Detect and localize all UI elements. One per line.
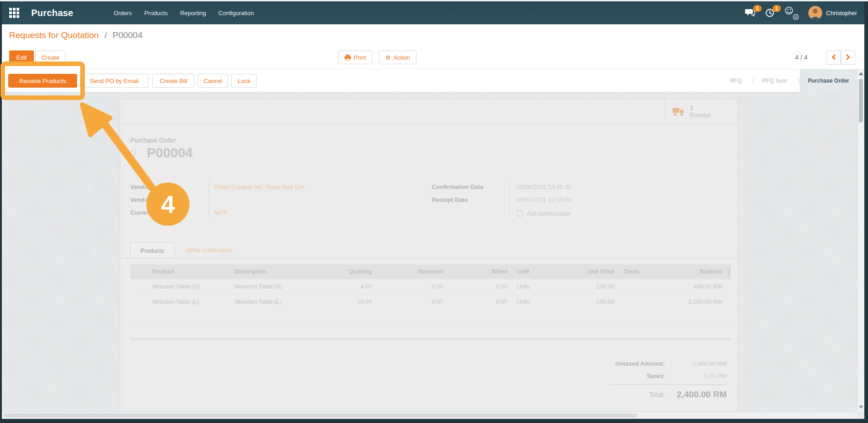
breadcrumb: Requests for Quotation / P00004: [9, 28, 143, 43]
nav-menu-orders[interactable]: Orders: [114, 10, 132, 17]
top-navbar: Purchase Orders Products Reporting Confi…: [2, 1, 864, 24]
window-frame: [0, 419, 868, 423]
ask-confirmation-label: Ask confirmation: [527, 210, 571, 217]
action-button[interactable]: ⚙ Action: [379, 50, 417, 64]
avatar[interactable]: [808, 6, 822, 20]
statusbar: RFQ RFQ Sent Purchase Order: [722, 69, 857, 92]
doc-type-label: Purchase Order: [130, 137, 176, 144]
receive-products-button[interactable]: Receive Products: [8, 74, 77, 88]
status-purchase-order[interactable]: Purchase Order: [800, 69, 857, 92]
untaxed-amount-value: 2,400.00 RM: [665, 360, 727, 367]
receipt-date-label: Receipt Date: [432, 194, 505, 206]
create-bill-button[interactable]: Create Bill: [152, 74, 195, 88]
divider: [120, 123, 738, 124]
create-button[interactable]: Create: [35, 50, 66, 64]
activities-badge: 1: [773, 5, 781, 12]
table-row[interactable]: Wooden Table (L) Wooden Table (L) 10.00 …: [130, 294, 731, 309]
edit-button[interactable]: Edit: [9, 50, 34, 64]
vendor-label: Vendor: [130, 181, 206, 194]
total-value: 2,400.00 RM: [665, 390, 727, 400]
col-uom[interactable]: UoM: [512, 264, 560, 279]
user-menu[interactable]: Christopher: [808, 6, 857, 20]
confirmation-date-value: 29/06/2021 13:45:35: [517, 181, 636, 194]
user-name: Christopher: [826, 10, 857, 17]
receipt-date-value: 05/07/2021 12:00:00: [517, 194, 636, 206]
total-label: Total:: [532, 391, 665, 398]
breadcrumb-current: P00004: [112, 30, 143, 40]
receipt-label: Receipt: [690, 111, 710, 118]
app-title[interactable]: Purchase: [31, 8, 73, 18]
col-subtotal[interactable]: Subtotal: [674, 264, 727, 279]
tab-products[interactable]: Products: [130, 242, 174, 258]
purchase-order-sheet: 1 Receipt Purchase Order ☆ P00004 Vendor…: [120, 99, 738, 419]
pager-next-button[interactable]: [841, 50, 855, 65]
pager-count: 4 / 4: [795, 50, 807, 65]
divider: [509, 179, 510, 218]
divider: [209, 179, 209, 218]
ask-confirmation-checkbox[interactable]: [517, 210, 523, 217]
table-row[interactable]: Wooden Table (S) Wooden Table (S) 4.00 0…: [130, 279, 731, 294]
taxes-value: 0.00 RM: [665, 373, 727, 379]
receipt-smart-button[interactable]: 1 Receipt: [665, 99, 731, 123]
pager-prev-button[interactable]: [827, 50, 841, 65]
gear-icon: ⚙: [385, 54, 391, 61]
list-options-icon[interactable]: [727, 268, 731, 274]
confirmation-date-label: Confirmation Date: [432, 181, 505, 194]
receipt-count: 1: [690, 105, 710, 111]
messages-badge: 1: [753, 5, 762, 12]
chevron-left-icon: [832, 54, 838, 60]
col-taxes[interactable]: Taxes: [619, 264, 674, 279]
untaxed-amount-label: Untaxed Amount:: [532, 360, 665, 367]
breadcrumb-link-rfq[interactable]: Requests for Quotation: [9, 30, 99, 40]
col-unit-price[interactable]: Unit Price: [560, 264, 619, 279]
apps-grid-icon[interactable]: [9, 8, 19, 18]
col-description[interactable]: Description: [230, 264, 322, 279]
col-received[interactable]: Received: [377, 264, 448, 279]
truck-icon: [673, 106, 684, 117]
scroll-down-icon[interactable]: [859, 406, 863, 409]
chevron-right-icon: [844, 54, 850, 60]
vendor-link[interactable]: Pillars Lumber Inc, Soon Teck Lim: [215, 181, 412, 194]
activities-icon[interactable]: 1: [765, 8, 774, 17]
drag-handle-column: [130, 264, 148, 279]
scroll-up-icon[interactable]: [859, 72, 863, 75]
tab-other-information[interactable]: Other Information: [179, 242, 240, 258]
send-po-by-email-button[interactable]: Send PO by Email: [80, 74, 149, 88]
taxes-label: Taxes:: [532, 373, 665, 379]
table-header-row: Product Description Quantity Received Bi…: [130, 264, 731, 279]
divider: [130, 338, 731, 340]
favorite-star-icon[interactable]: ☆: [128, 146, 138, 160]
totals-block: Untaxed Amount: 2,400.00 RM Taxes: 0.00 …: [532, 357, 727, 402]
window-frame: [0, 1, 2, 423]
col-billed[interactable]: Billed: [448, 264, 512, 279]
cancel-button[interactable]: Cancel: [198, 74, 228, 88]
divider: [610, 384, 727, 385]
lock-button[interactable]: Lock: [231, 74, 257, 88]
scrollbar-thumb[interactable]: [4, 413, 637, 417]
currency-link[interactable]: MYR: [215, 206, 306, 219]
status-rfq[interactable]: RFQ: [722, 69, 750, 92]
document-title: P00004: [147, 145, 193, 161]
messages-icon[interactable]: 1: [745, 8, 755, 17]
col-product[interactable]: Product: [148, 264, 230, 279]
horizontal-scrollbar[interactable]: [2, 412, 857, 419]
scrollbar-thumb[interactable]: [859, 79, 863, 122]
breadcrumb-separator: /: [105, 30, 107, 40]
divider: [120, 258, 738, 258]
faces-icon[interactable]: ☺ ☹: [785, 7, 798, 19]
vendor-reference-label: Vendor Reference: [130, 194, 206, 206]
print-button[interactable]: Print: [338, 50, 373, 64]
printer-icon: [345, 55, 351, 61]
nav-menu-configuration[interactable]: Configuration: [218, 10, 254, 17]
order-lines-table: Product Description Quantity Received Bi…: [130, 264, 731, 309]
vertical-scrollbar[interactable]: [857, 69, 864, 412]
nav-menu-products[interactable]: Products: [144, 10, 167, 17]
status-rfq-sent[interactable]: RFQ Sent: [754, 69, 796, 92]
action-bar: Receive Products Send PO by Email Create…: [2, 69, 864, 92]
col-quantity[interactable]: Quantity: [322, 264, 377, 279]
currency-label: Currency: [130, 206, 206, 219]
form-view-background: 1 Receipt Purchase Order ☆ P00004 Vendor…: [2, 92, 864, 419]
window-frame: [0, 0, 868, 1]
nav-menu-reporting[interactable]: Reporting: [180, 10, 206, 17]
window-frame: [864, 1, 868, 423]
